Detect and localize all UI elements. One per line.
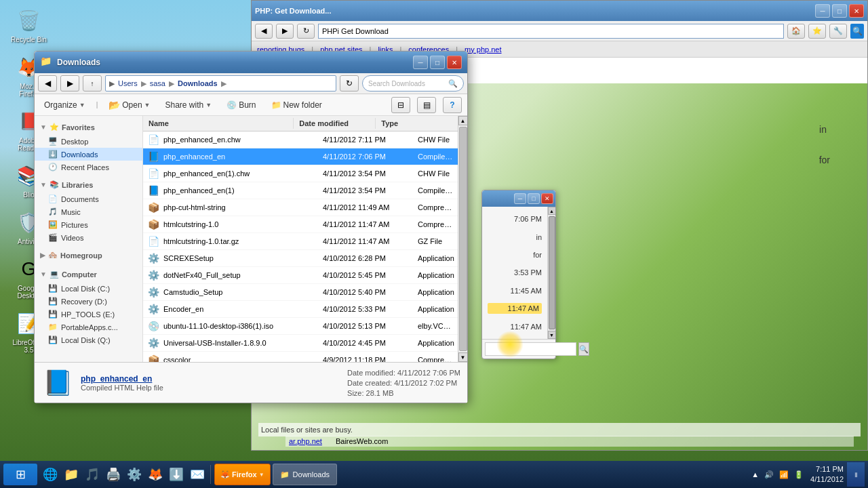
nav-hp-tools-e[interactable]: 💾 HP_TOOLS (E:) [35, 308, 142, 321]
file-row-7[interactable]: ⚙️ SCREXESetup 4/10/2012 6:28 PM Applica… [143, 250, 458, 267]
sec-scroll-up[interactable]: ▲ [548, 207, 556, 215]
browser-maximize-btn[interactable]: □ [832, 4, 847, 18]
bookmark-my-phpnet[interactable]: my php.net [465, 45, 501, 54]
nav-recent-places[interactable]: 🕐 Recent Places [35, 161, 142, 174]
users-path[interactable]: Users [118, 79, 138, 87]
file-row-0[interactable]: 📄 php_enhanced_en.chw 4/11/2012 7:11 PM … [143, 131, 458, 148]
details-view-btn[interactable]: ▤ [417, 97, 436, 113]
share-btn[interactable]: Share with ▼ [161, 99, 216, 111]
help-btn[interactable]: ? [443, 97, 462, 113]
nav-recovery-d[interactable]: 💾 Recovery (D:) [35, 295, 142, 308]
nav-portableapps[interactable]: 📁 PortableApps.c... [35, 321, 142, 333]
file-row-9[interactable]: ⚙️ Camstudio_Setup 4/10/2012 5:40 PM App… [143, 284, 458, 301]
printer-quicklaunch[interactable]: 🖨️ [104, 465, 123, 484]
col-type-header[interactable]: Type [376, 118, 458, 129]
refresh-btn[interactable]: ↻ [340, 75, 359, 92]
browser-home-btn[interactable]: 🏠 [787, 24, 805, 39]
browser-tools-btn[interactable]: 🔧 [829, 24, 847, 39]
media-quicklaunch[interactable]: 🎵 [83, 465, 102, 484]
sec-scroll-thumb[interactable] [549, 216, 555, 329]
new-folder-btn[interactable]: 📁 New folder [267, 99, 326, 111]
sasa-path[interactable]: sasa [150, 79, 165, 87]
view-options-btn[interactable]: ⊟ [391, 97, 410, 113]
selected-filename[interactable]: php_enhanced_en [81, 374, 340, 384]
download-quicklaunch[interactable]: ⬇️ [167, 465, 186, 484]
ie-quicklaunch[interactable]: 🌐 [41, 465, 60, 484]
downloads-taskbar-btn[interactable]: 📁 Downloads [273, 464, 337, 485]
browser-minimize-btn[interactable]: ─ [815, 4, 830, 18]
sec-scroll-down[interactable]: ▼ [548, 331, 556, 339]
secondary-close-btn[interactable]: ✕ [541, 193, 553, 204]
search-bar[interactable]: Search Downloads 🔍 [362, 75, 464, 92]
file-row-3[interactable]: 📘 php_enhanced_en(1) 4/11/2012 3:54 PM C… [143, 182, 458, 199]
nav-pictures[interactable]: 🖼️ Pictures [35, 218, 142, 231]
computer-header[interactable]: ▼ 💻 Computer [35, 266, 142, 282]
file-row-6[interactable]: 📄 htmlcutstring-1.0.tar.gz 4/11/2012 11:… [143, 233, 458, 250]
start-button[interactable]: ⊞ [3, 464, 37, 485]
browser-refresh-btn[interactable]: ↻ [297, 24, 315, 39]
power-icon[interactable]: 🔋 [794, 470, 804, 479]
nav-local-disk-c[interactable]: 💾 Local Disk (C:) [35, 282, 142, 295]
browser-back-btn[interactable]: ◀ [255, 24, 273, 39]
open-btn[interactable]: 📂 Open ▼ [104, 98, 154, 112]
file-row-10[interactable]: ⚙️ Encoder_en 4/10/2012 5:33 PM Applicat… [143, 301, 458, 318]
nav-videos[interactable]: 🎬 Videos [35, 231, 142, 244]
scroll-down-btn[interactable]: ▼ [458, 352, 468, 362]
forward-btn[interactable]: ▶ [60, 75, 79, 92]
browser-forward-btn[interactable]: ▶ [276, 24, 294, 39]
taskbar-clock[interactable]: 7:11 PM 4/11/2012 [810, 464, 847, 485]
burn-btn[interactable]: 💿 Burn [222, 99, 260, 111]
secondary-search-btn[interactable]: 🔍 [578, 342, 589, 356]
tray-arrow[interactable]: ▲ [751, 470, 759, 479]
favorites-header[interactable]: ▼ ⭐ Favorites [35, 119, 142, 135]
secondary-search-input[interactable] [485, 342, 576, 356]
file-row-2[interactable]: 📄 php_enhanced_en(1).chw 4/11/2012 3:54 … [143, 165, 458, 182]
nav-music[interactable]: 🎵 Music [35, 205, 142, 218]
organize-btn[interactable]: Organize ▼ [40, 99, 90, 111]
nav-downloads[interactable]: ⬇️ Downloads [35, 148, 142, 161]
secondary-scrollbar[interactable]: ▲ ▼ [547, 207, 555, 339]
explorer-quicklaunch[interactable]: 📁 [62, 465, 81, 484]
col-name-header[interactable]: Name [143, 118, 294, 129]
browser-search-btn[interactable]: 🔍 [850, 24, 864, 39]
ff-quicklaunch[interactable]: 🦊 [146, 465, 165, 484]
file-list-scrollbar[interactable]: ▲ ▼ [458, 116, 467, 362]
libraries-header[interactable]: ▼ 📚 Libraries [35, 177, 142, 192]
homegroup-header[interactable]: ▶ 🏘️ Homegroup [35, 247, 142, 263]
browser-bookmark-btn[interactable]: ⭐ [808, 24, 826, 39]
volume-icon[interactable]: 🔊 [764, 470, 774, 479]
recycle-bin-icon[interactable]: 🗑️ Recycle Bin [7, 7, 51, 43]
file-row-11[interactable]: 💿 ubuntu-11.10-desktop-i386(1).iso 4/10/… [143, 318, 458, 335]
scroll-thumb[interactable] [459, 127, 467, 351]
browser-url-input[interactable] [318, 24, 784, 39]
search-icon[interactable]: 🔍 [448, 79, 458, 88]
file-row-8[interactable]: ⚙️ dotNetFx40_Full_setup 4/10/2012 5:45 … [143, 267, 458, 284]
maximize-btn[interactable]: □ [430, 56, 445, 69]
file-row-4[interactable]: 📦 php-cut-html-string 4/11/2012 11:49 AM… [143, 199, 458, 216]
file-row-1[interactable]: 📘 php_enhanced_en 4/11/2012 7:06 PM Comp… [143, 148, 458, 165]
secondary-maximize-btn[interactable]: □ [528, 193, 540, 204]
col-date-header[interactable]: Date modified [294, 118, 376, 129]
vm-quicklaunch[interactable]: ⚙️ [125, 465, 144, 484]
nav-desktop[interactable]: 🖥️ Desktop [35, 135, 142, 148]
downloads-path[interactable]: Downloads [178, 79, 218, 87]
nav-local-disk-q[interactable]: 💾 Local Disk (Q:) [35, 333, 142, 346]
footer-link-ar-phpnet[interactable]: ar.php.net [289, 437, 322, 445]
browser-close-btn[interactable]: ✕ [849, 4, 864, 18]
show-desktop-btn[interactable]: ▮ [847, 462, 865, 487]
file-row-5[interactable]: 📦 htmlcutstring-1.0 4/11/2012 11:47 AM C… [143, 216, 458, 233]
close-btn[interactable]: ✕ [447, 56, 462, 69]
file-row-12[interactable]: ⚙️ Universal-USB-Installer-1.8.9.0 4/10/… [143, 335, 458, 352]
minimize-btn[interactable]: ─ [413, 56, 428, 69]
up-btn[interactable]: ↑ [83, 75, 102, 92]
firefox-taskbar-btn[interactable]: 🦊 Firefox ▼ [214, 464, 271, 485]
mail-quicklaunch[interactable]: ✉️ [188, 465, 207, 484]
scroll-up-btn[interactable]: ▲ [458, 116, 468, 125]
back-btn[interactable]: ◀ [38, 75, 57, 92]
secondary-search-area: 🔍 [482, 339, 555, 359]
nav-documents[interactable]: 📄 Documents [35, 192, 142, 205]
file-row-13[interactable]: 📦 csscolor 4/9/2012 11:18 PM Compressed … [143, 352, 458, 362]
address-bar[interactable]: ▶ Users ▶ sasa ▶ Downloads ▶ [105, 75, 336, 92]
network-icon[interactable]: 📶 [779, 470, 789, 479]
secondary-minimize-btn[interactable]: ─ [514, 193, 526, 204]
